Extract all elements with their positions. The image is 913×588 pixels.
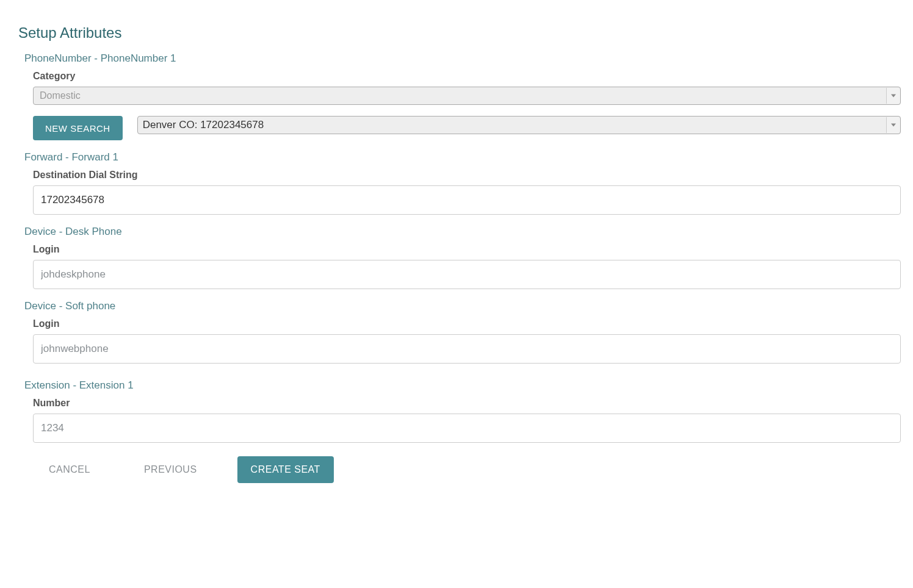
phone-number-select[interactable]: Denver CO: 17202345678	[137, 116, 901, 134]
category-label: Category	[33, 71, 901, 82]
footer-actions: Cancel Previous Create Seat	[35, 456, 901, 483]
section-phonenumber: PhoneNumber - PhoneNumber 1 Category Dom…	[24, 52, 901, 140]
category-select-value: Domestic	[40, 90, 81, 101]
section-forward: Forward - Forward 1 Destination Dial Str…	[24, 151, 901, 215]
soft-login-input[interactable]	[33, 334, 901, 364]
section-device-soft: Device - Soft phone Login	[24, 300, 901, 364]
destination-dial-string-label: Destination Dial String	[33, 170, 901, 181]
desk-login-input[interactable]	[33, 260, 901, 289]
category-select[interactable]: Domestic	[33, 87, 901, 105]
soft-login-label: Login	[33, 318, 901, 329]
chevron-down-icon	[886, 117, 900, 133]
section-header-extension: Extension - Extension 1	[24, 379, 901, 392]
chevron-down-icon	[886, 88, 900, 104]
destination-dial-string-input[interactable]	[33, 185, 901, 215]
section-header-phonenumber: PhoneNumber - PhoneNumber 1	[24, 52, 901, 65]
section-extension: Extension - Extension 1 Number	[24, 379, 901, 443]
section-header-forward: Forward - Forward 1	[24, 151, 901, 163]
desk-login-label: Login	[33, 244, 901, 255]
section-header-device-desk: Device - Desk Phone	[24, 226, 901, 238]
phone-number-select-value: Denver CO: 17202345678	[143, 119, 264, 131]
section-header-device-soft: Device - Soft phone	[24, 300, 901, 312]
extension-number-label: Number	[33, 398, 901, 409]
previous-button[interactable]: Previous	[131, 456, 211, 483]
section-device-desk: Device - Desk Phone Login	[24, 226, 901, 289]
extension-number-input[interactable]	[33, 414, 901, 443]
new-search-button[interactable]: New Search	[33, 116, 123, 140]
cancel-button[interactable]: Cancel	[35, 456, 104, 483]
page-title: Setup Attributes	[18, 24, 901, 41]
create-seat-button[interactable]: Create Seat	[237, 456, 334, 483]
